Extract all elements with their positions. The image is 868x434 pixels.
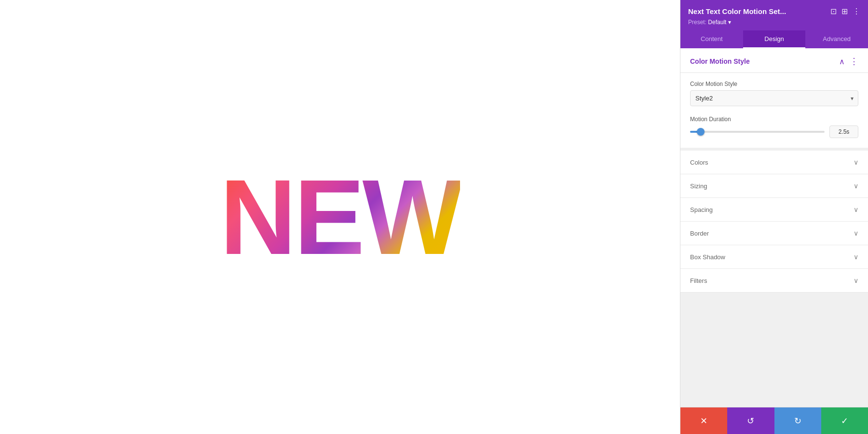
redo-icon: ↻: [794, 416, 801, 426]
color-motion-style-title: Color Motion Style: [690, 57, 750, 65]
filters-chevron-icon: ∨: [854, 277, 858, 284]
spacing-chevron-icon: ∨: [854, 206, 858, 213]
spacing-label: Spacing: [690, 206, 713, 213]
expand-icon[interactable]: ⊡: [830, 7, 837, 16]
style-field-label: Color Motion Style: [690, 81, 858, 87]
duration-value-input[interactable]: [829, 126, 858, 138]
colors-section: Colors ∨: [680, 151, 868, 174]
box-shadow-section-header[interactable]: Box Shadow ∨: [680, 245, 868, 268]
sizing-section: Sizing ∨: [680, 174, 868, 198]
panel-body: Color Motion Style ∧ ⋮ Color Motion Styl…: [680, 48, 868, 407]
border-section: Border ∨: [680, 222, 868, 245]
box-shadow-section: Box Shadow ∨: [680, 245, 868, 269]
tab-design[interactable]: Design: [743, 30, 806, 48]
color-motion-style-section-header: Color Motion Style ∧ ⋮: [680, 48, 868, 73]
canvas-area: NEW: [0, 0, 680, 434]
filters-section: Filters ∨: [680, 269, 868, 293]
border-chevron-icon: ∨: [854, 229, 858, 237]
filters-label: Filters: [690, 277, 707, 284]
colors-section-header[interactable]: Colors ∨: [680, 151, 868, 174]
spacing-section: Spacing ∨: [680, 198, 868, 222]
section-more-icon[interactable]: ⋮: [850, 56, 858, 67]
panel-header-icons: ⊡ ⊞ ⋮: [830, 7, 860, 16]
canvas-text: NEW: [220, 164, 460, 270]
tab-content[interactable]: Content: [680, 30, 743, 48]
right-panel: Next Text Color Motion Set... ⊡ ⊞ ⋮ Pres…: [680, 0, 868, 434]
box-shadow-chevron-icon: ∨: [854, 253, 858, 261]
undo-icon: ↺: [747, 416, 754, 426]
panel-header: Next Text Color Motion Set... ⊡ ⊞ ⋮ Pres…: [680, 0, 868, 30]
undo-button[interactable]: ↺: [727, 407, 774, 434]
box-shadow-label: Box Shadow: [690, 253, 725, 261]
style-select[interactable]: Style1 Style2 Style3: [690, 90, 858, 106]
slider-thumb[interactable]: [697, 128, 705, 136]
motion-duration-label: Motion Duration: [690, 116, 858, 123]
bottom-toolbar: ✕ ↺ ↻ ✓: [680, 407, 868, 434]
style-select-wrapper: Style1 Style2 Style3 ▾: [690, 90, 858, 106]
tab-advanced[interactable]: Advanced: [805, 30, 868, 48]
confirm-button[interactable]: ✓: [821, 407, 868, 434]
resize-icon[interactable]: ⊞: [841, 7, 848, 16]
section-header-icons: ∧ ⋮: [839, 56, 858, 67]
colors-chevron-icon: ∨: [854, 158, 858, 166]
filters-section-header[interactable]: Filters ∨: [680, 269, 868, 292]
duration-slider[interactable]: [690, 127, 825, 137]
more-options-icon[interactable]: ⋮: [853, 7, 860, 16]
slider-row: [690, 126, 858, 138]
sizing-label: Sizing: [690, 182, 707, 190]
panel-title: Next Text Color Motion Set...: [688, 7, 830, 15]
colors-label: Colors: [690, 159, 708, 166]
panel-title-row: Next Text Color Motion Set... ⊡ ⊞ ⋮: [688, 7, 860, 16]
slider-track: [690, 131, 825, 133]
preset-row: Preset: Default: [688, 19, 860, 26]
cancel-button[interactable]: ✕: [680, 407, 727, 434]
confirm-icon: ✓: [841, 416, 848, 426]
cancel-icon: ✕: [700, 416, 707, 426]
tabs-row: Content Design Advanced: [680, 30, 868, 48]
spacing-section-header[interactable]: Spacing ∨: [680, 198, 868, 221]
color-motion-style-content: Color Motion Style Style1 Style2 Style3 …: [680, 73, 868, 151]
redo-button[interactable]: ↻: [774, 407, 821, 434]
sizing-chevron-icon: ∨: [854, 182, 858, 190]
collapse-icon[interactable]: ∧: [839, 57, 845, 66]
preset-value[interactable]: Default: [708, 19, 731, 26]
border-label: Border: [690, 230, 709, 237]
border-section-header[interactable]: Border ∨: [680, 222, 868, 245]
sizing-section-header[interactable]: Sizing ∨: [680, 174, 868, 197]
